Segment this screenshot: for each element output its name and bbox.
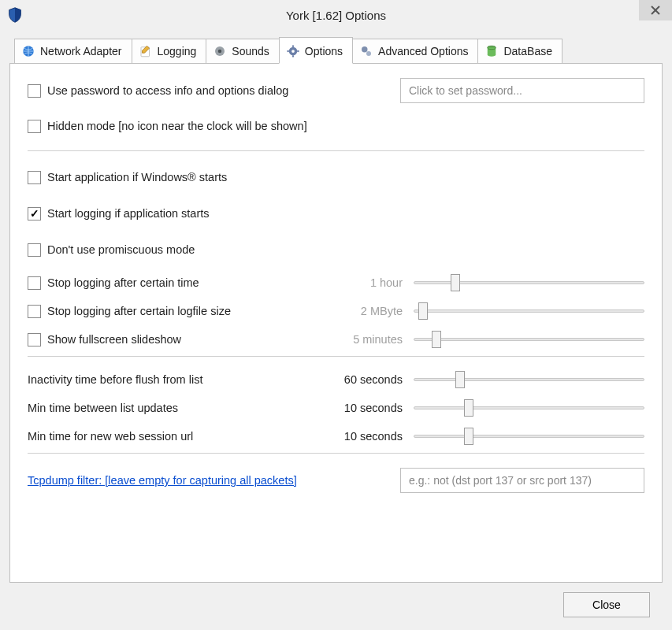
database-icon [485,44,499,58]
checkbox-stop-size[interactable] [28,305,41,318]
tab-options[interactable]: Options [279,37,353,64]
row-start-logging: Start logging if application starts [28,202,644,225]
checkbox-slideshow[interactable] [28,333,41,346]
divider [28,150,644,151]
row-hidden-mode: Hidden mode [no icon near the clock will… [28,114,644,138]
row-tcpdump: Tcpdump filter: [leave empty for capturi… [28,468,644,493]
speaker-icon [213,44,227,58]
tab-database[interactable]: DataBase [477,39,562,63]
window-close-button[interactable] [639,0,672,20]
value-inactivity: 60 seconds [335,373,414,386]
tab-label: DataBase [503,45,551,57]
tab-label: Logging [158,45,197,57]
pencil-icon [139,44,153,58]
row-min-websession: Min time for new web session url 10 seco… [28,428,644,445]
row-start-windows: Start application if Windows® starts [28,165,644,189]
divider [28,356,644,357]
checkbox-no-promiscuous[interactable] [28,243,41,257]
label-stop-size: Stop logging after certain logfile size [47,305,231,317]
svg-point-12 [362,46,368,53]
checkbox-stop-time[interactable] [28,276,41,290]
label-hidden-mode: Hidden mode [no icon near the clock will… [47,120,307,132]
tab-label: Advanced Options [378,45,468,57]
dialog-footer: Close [9,583,663,617]
globe-icon [21,44,35,58]
label-stop-time: Stop logging after certain time [47,276,199,289]
row-min-update: Min time between list updates 10 seconds [28,399,644,417]
tab-sounds[interactable]: Sounds [206,39,279,63]
label-start-logging: Start logging if application starts [47,207,210,220]
svg-point-5 [218,50,222,54]
window-title: York [1.62] Options [0,9,672,22]
tab-label: Sounds [232,45,269,57]
svg-point-7 [291,50,295,53]
checkbox-hidden-mode[interactable] [28,120,41,133]
label-inactivity: Inactivity time before flush from list [28,373,202,386]
slider-slideshow[interactable] [414,331,644,348]
options-panel: Use password to access info and options … [9,63,663,583]
tab-strip: Network Adapter Logging Sounds Options A… [9,36,663,63]
value-stop-size: 2 MByte [335,305,414,317]
row-slideshow: Show fullscreen slideshow 5 minutes [28,331,644,348]
app-shield-icon [6,6,24,24]
password-input[interactable] [400,78,644,103]
row-use-password: Use password to access info and options … [28,78,644,103]
slider-min-update[interactable] [414,399,644,417]
slider-stop-size[interactable] [414,302,644,320]
value-stop-time: 1 hour [335,276,414,289]
row-inactivity: Inactivity time before flush from list 6… [28,371,644,388]
close-icon [651,6,660,15]
row-stop-time: Stop logging after certain time 1 hour [28,274,644,291]
value-min-websession: 10 seconds [335,430,414,443]
value-slideshow: 5 minutes [335,333,414,346]
value-min-update: 10 seconds [335,402,414,414]
label-use-password: Use password to access info and options … [47,84,288,97]
close-button[interactable]: Close [563,592,650,617]
tab-network-adapter[interactable]: Network Adapter [14,39,132,63]
row-no-promiscuous: Don't use promiscuous mode [28,238,644,261]
label-no-promiscuous: Don't use promiscuous mode [47,243,195,256]
tab-label: Network Adapter [40,45,122,57]
label-min-websession: Min time for new web session url [28,430,193,443]
tcpdump-filter-input[interactable] [400,468,644,493]
label-min-update: Min time between list updates [28,402,178,414]
tab-logging[interactable]: Logging [132,39,207,63]
label-slideshow: Show fullscreen slideshow [47,333,181,346]
tab-label: Options [305,45,343,57]
slider-min-websession[interactable] [414,428,644,445]
checkbox-start-windows[interactable] [28,171,41,184]
gear-icon [286,44,300,58]
slider-stop-time[interactable] [414,274,644,291]
gears-icon [359,44,373,58]
checkbox-use-password[interactable] [28,84,41,98]
slider-inactivity[interactable] [414,371,644,388]
row-stop-size: Stop logging after certain logfile size … [28,302,644,320]
titlebar: York [1.62] Options [0,0,672,30]
label-start-windows: Start application if Windows® starts [47,171,227,183]
svg-point-13 [366,51,371,56]
divider [28,453,644,454]
tab-advanced-options[interactable]: Advanced Options [352,39,478,63]
checkbox-start-logging[interactable] [28,207,41,220]
tcpdump-filter-link[interactable]: Tcpdump filter: [leave empty for capturi… [28,474,297,487]
